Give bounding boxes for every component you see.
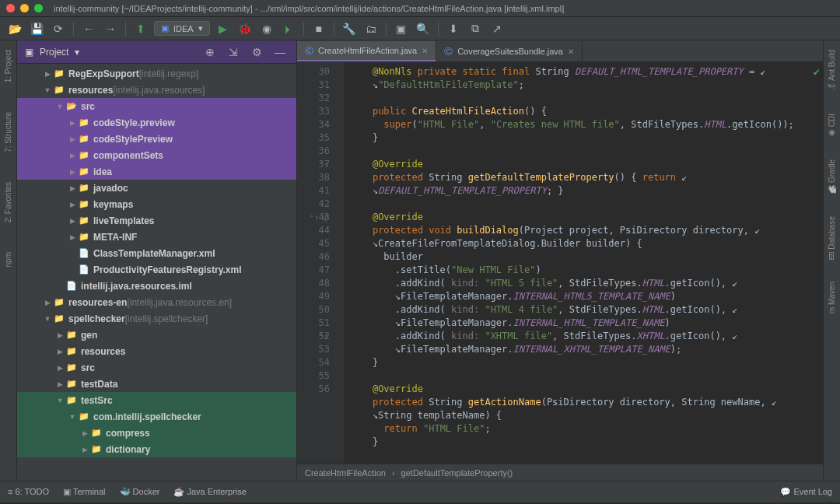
collapse-icon[interactable]: ⇲ xyxy=(225,44,242,61)
close-tab-icon[interactable]: ✕ xyxy=(568,47,574,56)
run-config-select[interactable]: ▣ IDEA ▾ xyxy=(154,21,210,36)
run-config-icon: ▣ xyxy=(161,23,169,33)
gear-icon[interactable]: ⚙ xyxy=(248,44,265,61)
tree-node[interactable]: ▶📁resources xyxy=(17,343,296,359)
tool-project[interactable]: 1: Project xyxy=(4,47,12,86)
tree-node[interactable]: ▼📁resources [intellij.java.resources] xyxy=(17,82,296,98)
tree-node[interactable]: ▶📁codeStyle.preview xyxy=(17,114,296,131)
inspection-ok-icon[interactable]: ✔ xyxy=(814,65,820,79)
tool-npm[interactable]: npm xyxy=(4,249,12,270)
right-tool[interactable]: 🐜 Ant Build xyxy=(828,47,836,95)
title-bar: intellij-community [~/IDEAProjects/intel… xyxy=(0,0,840,17)
chevron-down-icon[interactable]: ▾ xyxy=(75,47,79,58)
code-content[interactable]: @NonNls private static final String DEFA… xyxy=(344,62,823,464)
tree-node[interactable]: ▶📁META-INF xyxy=(17,229,296,245)
breadcrumb-item[interactable]: getDefaultTemplateProperty() xyxy=(401,468,513,478)
separator xyxy=(386,22,387,36)
event-log[interactable]: 💬 Event Log xyxy=(780,487,832,497)
main-toolbar: 📂 💾 ⟳ ← → ⬆ ▣ IDEA ▾ ▶ 🐞 ◉ ⏵ ■ 🔧 🗂 ▣ 🔍 ⬇… xyxy=(0,17,840,40)
separator xyxy=(73,22,74,36)
project-tree[interactable]: ▶📁RegExpSupport [intellij.regexp]▼📁resou… xyxy=(17,64,296,481)
tree-node[interactable]: ▼📁spellchecker [intellij.spellchecker] xyxy=(17,310,296,327)
close-tab-icon[interactable]: ✕ xyxy=(422,47,428,55)
minimize-window[interactable] xyxy=(20,4,29,12)
vcs2-icon[interactable]: ⧉ xyxy=(467,20,484,37)
status-item[interactable]: 🐳 Docker xyxy=(120,487,160,496)
tool-favorites[interactable]: 2: Favorites xyxy=(4,179,12,226)
editor-tab[interactable]: ⒸCoverageSuitesBundle.java✕ xyxy=(436,41,583,61)
editor-tabs: ⒸCreateHtmlFileAction.java✕ⒸCoverageSuit… xyxy=(297,40,823,62)
breadcrumb-item[interactable]: CreateHtmlFileAction xyxy=(305,468,386,478)
status-item[interactable]: ≡ 6: TODO xyxy=(8,487,49,496)
tree-node[interactable]: ▶📁dictionary xyxy=(17,441,296,457)
tree-node[interactable]: 📄ClassTemplateManager.xml xyxy=(17,245,296,261)
tree-node[interactable]: ▶📁resources-en [intellij.java.resources.… xyxy=(17,294,296,310)
separator xyxy=(125,22,126,36)
open-icon[interactable]: 📂 xyxy=(6,20,23,37)
window-controls xyxy=(6,4,43,12)
vcs-icon[interactable]: ⬇ xyxy=(445,20,462,37)
editor-area: ⒸCreateHtmlFileAction.java✕ⒸCoverageSuit… xyxy=(297,40,823,481)
right-tool[interactable]: m Maven xyxy=(828,278,836,317)
maximize-window[interactable] xyxy=(34,4,43,12)
hide-icon[interactable]: — xyxy=(271,44,289,61)
run-icon[interactable]: ▶ xyxy=(215,20,232,37)
separator xyxy=(303,22,304,36)
breadcrumb-bar: CreateHtmlFileAction › getDefaultTemplat… xyxy=(297,464,823,481)
structure-icon[interactable]: ▣ xyxy=(393,20,410,37)
tree-node[interactable]: ▶📁gen xyxy=(17,327,296,343)
close-window[interactable] xyxy=(6,4,15,12)
tree-node[interactable]: ▶📁liveTemplates xyxy=(17,212,296,229)
right-tool[interactable]: 🐘 Gradle xyxy=(828,156,836,198)
project-view-icon: ▣ xyxy=(25,47,33,58)
status-bar: ≡ 6: TODO▣ Terminal🐳 Docker☕ Java Enterp… xyxy=(0,481,840,502)
line-gutter[interactable]: 3031323334353637ᵒ↑38414243ᵒ↑ @4445464748… xyxy=(297,62,344,464)
locate-icon[interactable]: ⊕ xyxy=(201,44,219,61)
stop-icon[interactable]: ■ xyxy=(310,20,327,37)
project-title: Project xyxy=(40,47,68,58)
save-icon[interactable]: 💾 xyxy=(28,20,45,37)
tree-node[interactable]: ▶📁src xyxy=(17,359,296,376)
project-header: ▣ Project ▾ ⊕ ⇲ ⚙ — xyxy=(17,40,296,64)
vcs3-icon[interactable]: ↗ xyxy=(488,20,506,37)
build-icon[interactable]: ⬆ xyxy=(132,20,149,37)
refresh-icon[interactable]: ⟳ xyxy=(50,20,67,37)
chevron-down-icon: ▾ xyxy=(198,23,203,33)
tree-node[interactable]: ▶📁idea xyxy=(17,163,296,180)
right-tool[interactable]: ◉ CDI xyxy=(828,110,836,141)
tool2-icon[interactable]: 🗂 xyxy=(362,20,380,37)
coverage-icon[interactable]: ◉ xyxy=(258,20,275,37)
separator xyxy=(334,22,334,36)
tree-node[interactable]: ▼📁testSrc xyxy=(17,392,296,408)
tree-node[interactable]: ▼📁com.intellij.spellchecker xyxy=(17,408,296,425)
separator xyxy=(438,22,439,36)
tree-node[interactable]: 📄intellij.java.resources.iml xyxy=(17,278,296,294)
code-editor[interactable]: 3031323334353637ᵒ↑38414243ᵒ↑ @4445464748… xyxy=(297,62,823,464)
forward-icon[interactable]: → xyxy=(102,20,119,37)
run-config-label: IDEA xyxy=(173,24,194,33)
tree-node[interactable]: ▶📁testData xyxy=(17,376,296,392)
tree-node[interactable]: ▶📁compress xyxy=(17,425,296,441)
tree-node[interactable]: ▶📁componentSets xyxy=(17,147,296,163)
tree-node[interactable]: 📄ProductivityFeaturesRegistry.xml xyxy=(17,261,296,278)
profile-icon[interactable]: ⏵ xyxy=(280,20,297,37)
project-tool-window: ▣ Project ▾ ⊕ ⇲ ⚙ — ▶📁RegExpSupport [int… xyxy=(17,40,297,481)
editor-tab[interactable]: ⒸCreateHtmlFileAction.java✕ xyxy=(297,41,436,61)
tree-node[interactable]: ▶📁keymaps xyxy=(17,196,296,212)
status-item[interactable]: ▣ Terminal xyxy=(63,487,105,496)
tool-icon[interactable]: 🔧 xyxy=(341,20,358,37)
search-icon[interactable]: 🔍 xyxy=(415,20,432,37)
back-icon[interactable]: ← xyxy=(80,20,97,37)
right-tool-stripe: 🐜 Ant Build◉ CDI🐘 Gradle🗄 Databasem Mave… xyxy=(823,40,840,481)
tree-node[interactable]: ▶📁RegExpSupport [intellij.regexp] xyxy=(17,65,296,82)
right-tool[interactable]: 🗄 Database xyxy=(828,213,837,263)
tool-structure[interactable]: 7: Structure xyxy=(4,109,12,156)
debug-icon[interactable]: 🐞 xyxy=(236,20,254,37)
tree-node[interactable]: ▶📁javadoc xyxy=(17,180,296,196)
left-tool-stripe: 1: Project 7: Structure 2: Favorites npm xyxy=(0,40,17,481)
tree-node[interactable]: ▶📁codeStylePreview xyxy=(17,131,296,147)
tree-node[interactable]: ▼📂src xyxy=(17,98,296,114)
status-item[interactable]: ☕ Java Enterprise xyxy=(173,487,246,496)
window-title: intellij-community [~/IDEAProjects/intel… xyxy=(54,4,564,13)
chevron-right-icon: › xyxy=(392,468,395,478)
